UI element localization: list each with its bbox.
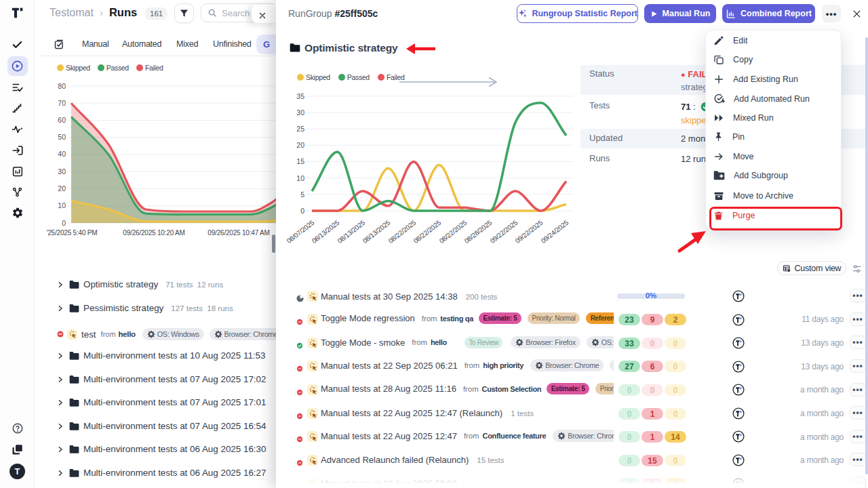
- svg-text:35: 35: [296, 92, 304, 100]
- svg-text:10: 10: [58, 201, 66, 209]
- svg-text:08/13/2025: 08/13/2025: [361, 219, 392, 245]
- svg-text:08/13/2025: 08/13/2025: [311, 219, 341, 245]
- svg-text:30: 30: [58, 167, 66, 176]
- svg-text:0: 0: [62, 219, 66, 227]
- svg-text:5: 5: [300, 190, 304, 199]
- svg-text:15: 15: [296, 157, 304, 165]
- svg-text:40: 40: [58, 150, 66, 158]
- svg-text:70: 70: [58, 99, 66, 107]
- svg-text:20: 20: [296, 141, 304, 149]
- svg-text:09/26/2025 10:47 AM: 09/26/2025 10:47 AM: [208, 229, 269, 237]
- svg-text:09/22/2025: 09/22/2025: [514, 219, 545, 245]
- svg-text:10: 10: [296, 174, 304, 182]
- svg-text:25: 25: [296, 125, 304, 133]
- svg-text:08/22/2025: 08/22/2025: [412, 219, 443, 245]
- svg-text:30: 30: [296, 108, 304, 117]
- svg-text:09/24/2025: 09/24/2025: [540, 219, 570, 245]
- svg-text:0: 0: [300, 207, 304, 215]
- svg-text:50: 50: [58, 133, 66, 141]
- svg-text:60: 60: [58, 116, 66, 124]
- svg-text:80: 80: [58, 82, 66, 90]
- svg-text:09/26/2025 10:20 AM: 09/26/2025 10:20 AM: [123, 229, 184, 237]
- svg-text:'25/2025 5:40 PM: '25/2025 5:40 PM: [47, 229, 98, 237]
- svg-text:08/28/2025: 08/28/2025: [463, 219, 494, 245]
- svg-text:20: 20: [58, 184, 66, 192]
